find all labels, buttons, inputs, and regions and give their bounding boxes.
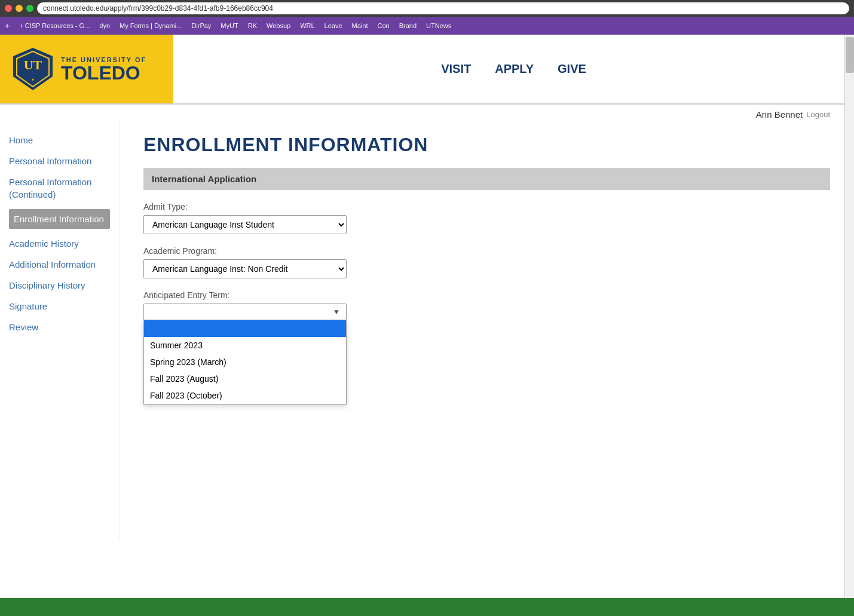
- bookmark-utnews[interactable]: UTNews: [424, 21, 454, 30]
- bookmark-con[interactable]: Con: [375, 21, 391, 30]
- user-name: Ann Bennet: [756, 109, 803, 119]
- logo-text: THE UNIVERSITY OF TOLEDO: [61, 56, 146, 82]
- entry-term-dropdown-container: ▼ Summer 2023 Spring 2023 (March) Fall 2…: [143, 304, 347, 320]
- entry-term-option-blank[interactable]: [144, 320, 346, 337]
- bookmarks-bar: + + CISP Resources - G... dyn My Forms |…: [0, 17, 854, 35]
- address-bar[interactable]: connect.utoledo.edu/apply/frm/399c0b29-d…: [37, 2, 849, 14]
- academic-program-group: Academic Program: American Language Inst…: [143, 246, 830, 278]
- bookmark-rk[interactable]: RK: [246, 21, 259, 30]
- bookmark-leave[interactable]: Leave: [322, 21, 345, 30]
- sidebar-item-academic-history[interactable]: Academic History: [9, 237, 110, 250]
- sidebar-item-home[interactable]: Home: [9, 134, 110, 146]
- entry-term-dropdown-list: Summer 2023 Spring 2023 (March) Fall 202…: [143, 320, 347, 404]
- svg-text:UT: UT: [24, 57, 42, 72]
- site-header: UT ✦ THE UNIVERSITY OF TOLEDO VISIT APPL…: [0, 35, 854, 105]
- svg-text:✦: ✦: [31, 78, 35, 82]
- entry-term-option-spring-2023[interactable]: Spring 2023 (March): [144, 354, 346, 370]
- sidebar-item-additional-info[interactable]: Additional Information: [9, 258, 110, 271]
- sidebar-item-personal-info[interactable]: Personal Information: [9, 155, 110, 167]
- entry-term-trigger[interactable]: ▼: [143, 304, 347, 320]
- nav-give[interactable]: GIVE: [558, 62, 586, 76]
- entry-term-group: Anticipated Entry Term: ▼ Summer 2023 Sp…: [143, 290, 830, 320]
- user-bar: Ann Bennet Logout: [0, 105, 854, 122]
- academic-program-label: Academic Program:: [143, 246, 830, 256]
- minimize-btn[interactable]: [16, 5, 23, 12]
- nav-visit[interactable]: VISIT: [441, 62, 471, 76]
- browser-chrome: connect.utoledo.edu/apply/frm/399c0b29-d…: [0, 0, 854, 17]
- header-nav: VISIT APPLY GIVE: [173, 62, 854, 76]
- sidebar-item-personal-info-cont[interactable]: Personal Information (Continued): [9, 176, 110, 201]
- ut-shield-logo: UT ✦: [12, 47, 54, 91]
- bookmark-dirpay[interactable]: DirPay: [189, 21, 213, 30]
- content-area: ENROLLMENT INFORMATION International App…: [120, 122, 854, 540]
- logo-area: UT ✦ THE UNIVERSITY OF TOLEDO: [0, 35, 173, 103]
- main-layout: Home Personal Information Personal Infor…: [0, 122, 854, 540]
- bookmark-cisp[interactable]: + CISP Resources - G...: [17, 21, 92, 30]
- sidebar-item-enrollment[interactable]: Enrollment Information: [9, 209, 110, 229]
- scrollbar[interactable]: [844, 35, 854, 540]
- section-header: International Application: [143, 168, 830, 190]
- university-name: TOLEDO: [61, 63, 146, 82]
- entry-term-option-fall-2023-oct[interactable]: Fall 2023 (October): [144, 387, 346, 404]
- entry-term-label: Anticipated Entry Term:: [143, 290, 830, 300]
- sidebar: Home Personal Information Personal Infor…: [0, 122, 120, 540]
- admit-type-label: Admit Type:: [143, 202, 830, 212]
- admit-type-select[interactable]: American Language Inst Student: [143, 215, 347, 234]
- bookmark-websup[interactable]: Websup: [264, 21, 293, 30]
- logout-link[interactable]: Logout: [806, 110, 830, 119]
- bookmark-myforms[interactable]: My Forms | Dynami...: [117, 21, 184, 30]
- page-title: ENROLLMENT INFORMATION: [143, 134, 830, 156]
- entry-term-option-summer-2023[interactable]: Summer 2023: [144, 337, 346, 354]
- address-text: connect.utoledo.edu/apply/frm/399c0b29-d…: [43, 4, 273, 13]
- new-tab-icon[interactable]: +: [5, 21, 10, 30]
- entry-term-option-fall-2023-aug[interactable]: Fall 2023 (August): [144, 370, 346, 387]
- nav-apply[interactable]: APPLY: [495, 62, 534, 76]
- scrollbar-thumb[interactable]: [846, 37, 854, 73]
- bookmark-wrl[interactable]: WRL: [298, 21, 317, 30]
- maximize-btn[interactable]: [26, 5, 33, 12]
- bookmark-maint[interactable]: Maint: [350, 21, 371, 30]
- sidebar-item-review[interactable]: Review: [9, 321, 110, 333]
- bookmark-myut[interactable]: MyUT: [218, 21, 240, 30]
- admit-type-group: Admit Type: American Language Inst Stude…: [143, 202, 830, 234]
- bookmark-brand[interactable]: Brand: [397, 21, 419, 30]
- bookmark-dyn[interactable]: dyn: [97, 21, 112, 30]
- sidebar-item-signature[interactable]: Signature: [9, 300, 110, 312]
- chevron-down-icon: ▼: [333, 308, 340, 316]
- sidebar-item-disciplinary[interactable]: Disciplinary History: [9, 279, 110, 292]
- close-btn[interactable]: [5, 5, 12, 12]
- academic-program-select[interactable]: American Language Inst: Non Credit: [143, 259, 347, 278]
